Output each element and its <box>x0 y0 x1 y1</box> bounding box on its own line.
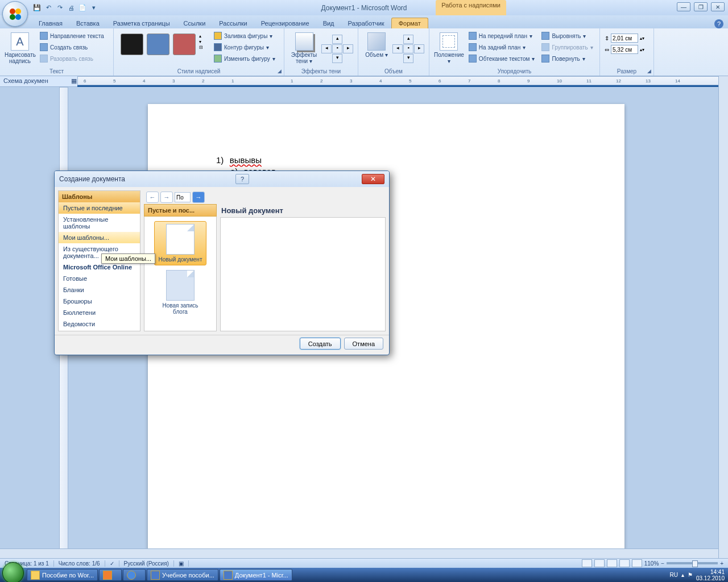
shadow-nudge-down[interactable]: ▾ <box>332 54 342 63</box>
break-link-button[interactable]: Разорвать связь <box>38 53 106 64</box>
dialog-help-button[interactable]: ? <box>235 174 249 184</box>
print-preview-icon[interactable]: 🖨 <box>66 3 76 13</box>
view-full-reading[interactable] <box>594 559 605 567</box>
width-spinner[interactable]: ▴▾ <box>640 47 644 52</box>
tilt-up[interactable]: ▴ <box>403 35 413 44</box>
bring-front-button[interactable]: На передний план ▾ <box>466 30 537 41</box>
3d-effects-button[interactable]: Объем ▾ <box>363 30 390 58</box>
status-macro-icon[interactable]: ▣ <box>174 560 189 567</box>
height-spinner[interactable]: ▴▾ <box>640 36 644 41</box>
doc-line-1[interactable]: 1) вывывы <box>216 155 262 165</box>
sidebar-item-installed[interactable]: Установленные шаблоны <box>59 214 140 232</box>
tray-flag-icon[interactable]: ⚑ <box>688 572 693 578</box>
view-web-layout[interactable] <box>607 559 617 567</box>
sidebar-item-newsletters[interactable]: Бюллетени <box>59 307 140 318</box>
gallery-up-icon[interactable]: ▴ <box>199 34 207 39</box>
nav-back-button[interactable]: ← <box>146 192 159 203</box>
status-language[interactable]: Русский (Россия) <box>119 560 174 567</box>
style-swatch-3[interactable] <box>173 34 196 55</box>
nav-go-button[interactable]: → <box>192 192 205 203</box>
tab-references[interactable]: Ссылки <box>177 18 213 28</box>
tilt-down[interactable]: ▾ <box>403 54 413 63</box>
text-wrap-button[interactable]: Обтекание текстом ▾ <box>466 53 537 64</box>
tilt-right[interactable]: ▸ <box>414 44 424 53</box>
tray-clock[interactable]: 14:4103.12.2010 <box>696 569 725 581</box>
width-input[interactable] <box>611 45 638 54</box>
tab-developer[interactable]: Разработчик <box>341 18 391 28</box>
change-shape-button[interactable]: Изменить фигуру ▾ <box>212 53 278 64</box>
dialog-close-button[interactable]: ✕ <box>362 174 384 184</box>
style-swatch-2[interactable] <box>147 34 169 55</box>
size-dialog-launcher[interactable]: ◢ <box>646 68 652 74</box>
horizontal-ruler[interactable]: 6543211234567891011121314 <box>77 76 728 85</box>
tab-home[interactable]: Главная <box>32 18 69 28</box>
status-proofing-icon[interactable]: ✓ <box>105 560 119 567</box>
sidebar-item-brochures[interactable]: Брошюры <box>59 296 140 307</box>
shape-outline-button[interactable]: Контур фигуры ▾ <box>212 41 278 53</box>
tilt-left[interactable]: ◂ <box>392 44 403 53</box>
shadow-nudge-left[interactable]: ◂ <box>321 44 332 53</box>
close-button[interactable]: ✕ <box>711 2 725 11</box>
gallery-down-icon[interactable]: ▾ <box>199 39 207 44</box>
zoom-in-button[interactable]: + <box>720 560 723 567</box>
shape-fill-button[interactable]: Заливка фигуры ▾ <box>212 30 278 41</box>
save-icon[interactable]: 💾 <box>32 3 42 13</box>
redo-icon[interactable]: ↷ <box>55 3 65 13</box>
sidebar-item-blank[interactable]: Пустые и последние <box>59 202 140 214</box>
tab-view[interactable]: Вид <box>316 18 341 28</box>
sidebar-item-forms[interactable]: Бланки <box>59 284 140 296</box>
tab-review[interactable]: Рецензирование <box>254 18 316 28</box>
draw-textbox-button[interactable]: AНарисовать надпись <box>5 30 35 64</box>
sidebar-item-my-templates[interactable]: Мои шаблоны... <box>59 232 140 243</box>
style-swatch-1[interactable] <box>121 34 143 55</box>
rotate-button[interactable]: Повернуть ▾ <box>539 53 595 64</box>
taskbar-item-word2[interactable]: Документ1 - Micr... <box>220 569 292 581</box>
quick-print-icon[interactable]: 📄 <box>77 3 88 13</box>
template-blog-post[interactable]: Новая запись блога <box>154 268 206 317</box>
view-draft[interactable] <box>632 559 642 567</box>
send-back-button[interactable]: На задний план ▾ <box>466 41 537 53</box>
qat-dropdown-icon[interactable]: ▾ <box>89 3 99 13</box>
shadow-effects-button[interactable]: Эффекты тени ▾ <box>289 30 319 64</box>
maximize-button[interactable]: ❐ <box>694 2 708 11</box>
ruler-toggle[interactable]: ▦ <box>68 76 77 87</box>
shadow-toggle[interactable]: ▪ <box>332 44 342 53</box>
taskbar-item-media[interactable] <box>99 569 122 581</box>
tab-insert[interactable]: Вставка <box>69 18 106 28</box>
view-print-layout[interactable] <box>582 559 592 567</box>
zoom-out-button[interactable]: − <box>661 560 664 567</box>
tray-arrow-icon[interactable]: ▴ <box>681 572 684 578</box>
tab-format[interactable]: Формат <box>391 18 428 28</box>
sidebar-item-featured[interactable]: Готовые <box>59 273 140 284</box>
office-button[interactable] <box>2 1 28 27</box>
shadow-nudge-right[interactable]: ▸ <box>343 44 353 53</box>
height-input[interactable] <box>611 34 638 43</box>
nav-search-input[interactable] <box>175 192 191 202</box>
horizontal-scrollbar[interactable] <box>0 548 718 558</box>
text-direction-button[interactable]: Направление текста <box>38 30 106 41</box>
zoom-slider[interactable] <box>667 562 718 564</box>
styles-dialog-launcher[interactable]: ◢ <box>276 68 283 74</box>
gallery-more-icon[interactable]: ⊟ <box>199 45 207 50</box>
tab-layout[interactable]: Разметка страницы <box>106 18 177 28</box>
undo-icon[interactable]: ↶ <box>43 3 53 13</box>
sidebar-item-statements[interactable]: Ведомости <box>59 318 140 330</box>
taskbar-item-ie[interactable] <box>123 569 146 581</box>
status-words[interactable]: Число слов: 1/6 <box>54 560 105 567</box>
help-icon[interactable]: ? <box>714 19 723 28</box>
create-link-button[interactable]: Создать связь <box>38 41 106 53</box>
cancel-button[interactable]: Отмена <box>344 338 383 350</box>
create-button[interactable]: Создать <box>300 338 341 350</box>
start-button[interactable] <box>2 562 24 583</box>
taskbar-item-word1[interactable]: Учебное пособи... <box>147 569 218 581</box>
template-blank-document[interactable]: Новый документ <box>154 221 206 265</box>
nav-forward-button[interactable]: → <box>160 192 173 203</box>
vertical-scrollbar[interactable] <box>718 76 728 558</box>
tilt-toggle[interactable]: ▪ <box>403 44 413 53</box>
zoom-level[interactable]: 110% <box>644 560 659 567</box>
minimize-button[interactable]: — <box>677 2 690 11</box>
group-button[interactable]: Группировать ▾ <box>539 41 595 53</box>
tray-lang[interactable]: RU <box>669 572 677 578</box>
taskbar-item-folder[interactable]: Пособие по Wor... <box>27 569 98 581</box>
view-outline[interactable] <box>619 559 630 567</box>
